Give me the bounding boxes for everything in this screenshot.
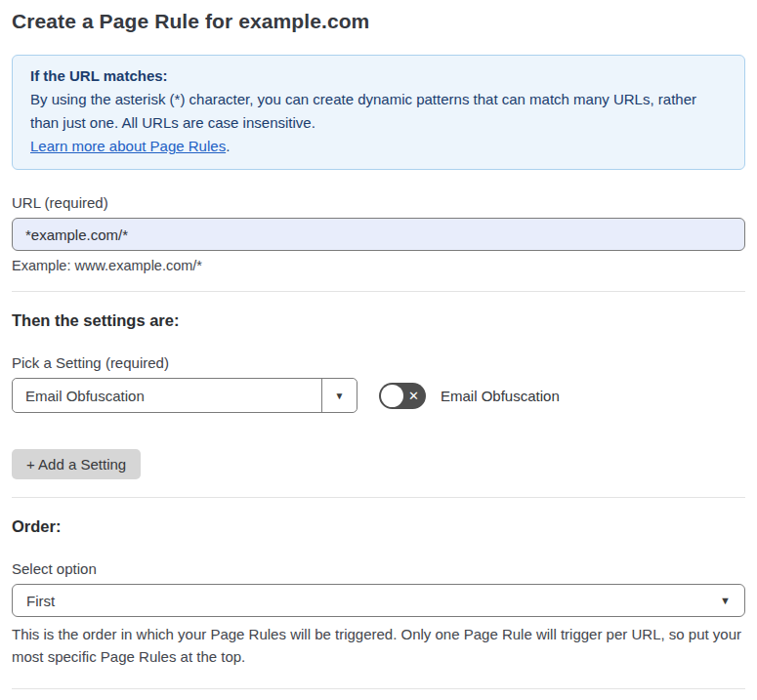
order-select-label: Select option <box>12 560 745 577</box>
learn-more-link[interactable]: Learn more about Page Rules <box>30 138 226 154</box>
setting-row: Email Obfuscation ▼ ✕ Email Obfuscation <box>12 378 745 413</box>
toggle-knob <box>381 385 403 407</box>
url-input[interactable] <box>12 218 745 251</box>
setting-dropdown[interactable]: Email Obfuscation ▼ <box>12 378 357 413</box>
info-box-link-line: Learn more about Page Rules. <box>30 135 727 158</box>
chevron-down-icon: ▼ <box>720 595 731 606</box>
url-example-text: Example: www.example.com/* <box>12 258 745 273</box>
chevron-down-icon[interactable]: ▼ <box>321 379 357 412</box>
order-select-value: First <box>26 593 720 609</box>
settings-section-heading: Then the settings are: <box>12 311 745 330</box>
order-select[interactable]: First ▼ <box>12 584 745 617</box>
order-help-text: This is the order in which your Page Rul… <box>12 623 745 668</box>
url-match-info-box: If the URL matches: By using the asteris… <box>12 55 745 170</box>
divider <box>12 497 745 498</box>
toggle-off-x-icon: ✕ <box>408 390 419 402</box>
divider <box>12 291 745 292</box>
pick-setting-label: Pick a Setting (required) <box>12 354 745 371</box>
add-setting-button[interactable]: + Add a Setting <box>12 449 141 479</box>
info-box-body: By using the asterisk (*) character, you… <box>30 88 727 135</box>
info-box-heading: If the URL matches: <box>30 64 727 88</box>
toggle-label: Email Obfuscation <box>441 388 560 404</box>
setting-dropdown-value: Email Obfuscation <box>13 379 321 412</box>
divider <box>12 688 745 689</box>
page-title: Create a Page Rule for example.com <box>12 10 745 33</box>
link-suffix: . <box>226 138 230 154</box>
url-field-label: URL (required) <box>12 194 745 211</box>
order-section-heading: Order: <box>12 517 745 536</box>
email-obfuscation-toggle[interactable]: ✕ <box>379 383 426 409</box>
